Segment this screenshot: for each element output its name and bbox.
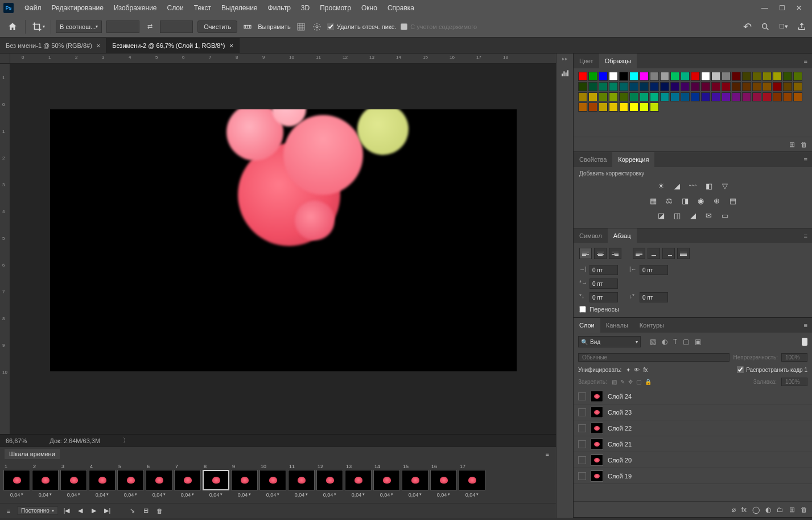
timeline-frame[interactable]: 30,04 ▾ (60, 463, 87, 501)
timeline-frame[interactable]: 80,04 ▾ (203, 463, 229, 501)
unify-style-icon[interactable]: fx (643, 367, 648, 373)
swatch[interactable] (629, 92, 638, 101)
justify-right-icon[interactable] (662, 248, 675, 259)
swatch[interactable] (578, 72, 587, 81)
swatch[interactable] (640, 82, 649, 91)
viewport[interactable] (10, 64, 556, 434)
layer-thumbnail[interactable] (591, 423, 603, 434)
swatch[interactable] (691, 82, 700, 91)
timeline-frame[interactable]: 120,04 ▾ (316, 463, 343, 501)
swatch[interactable] (670, 92, 679, 101)
frame-duration[interactable]: 0,04 ▾ (430, 490, 457, 498)
tab-color[interactable]: Цвет (574, 54, 599, 68)
layer-filter-select[interactable]: 🔍 Вид▾ (578, 336, 641, 347)
swatch[interactable] (640, 103, 649, 112)
layer-row[interactable]: Слой 19 (574, 468, 812, 484)
swatch[interactable] (599, 82, 608, 91)
swatch[interactable] (732, 82, 741, 91)
crop-tool-icon[interactable]: ▾ (30, 19, 46, 35)
layer-row[interactable]: Слой 20 (574, 452, 812, 468)
frame-duration[interactable]: 0,04 ▾ (89, 490, 116, 498)
rail-collapse-icon[interactable]: ▸▸ (561, 56, 569, 62)
lock-transparency-icon[interactable]: ▧ (612, 379, 617, 385)
menu-select[interactable]: Выделение (216, 0, 263, 16)
lock-all-icon[interactable]: 🔒 (645, 379, 652, 385)
swatch[interactable] (701, 72, 710, 81)
tab-layers[interactable]: Слои (574, 318, 600, 333)
gradient-map-icon[interactable]: ▭ (719, 210, 731, 221)
swatch[interactable] (609, 72, 618, 81)
tab-paragraph[interactable]: Абзац (608, 228, 637, 243)
swatch[interactable] (629, 82, 638, 91)
swatch[interactable] (681, 82, 690, 91)
tab-close-icon[interactable]: × (229, 42, 233, 49)
justify-center-icon[interactable] (648, 248, 660, 259)
layer-visibility-icon[interactable] (578, 440, 586, 448)
layer-visibility-icon[interactable] (578, 456, 586, 464)
invert-icon[interactable]: ◪ (656, 210, 667, 221)
panel-menu-icon[interactable]: ≡ (799, 156, 812, 163)
layer-visibility-icon[interactable] (578, 408, 586, 416)
share-icon[interactable] (796, 21, 807, 32)
crop-height-input[interactable] (160, 21, 193, 33)
swatch[interactable] (650, 72, 659, 81)
menu-view[interactable]: Просмотр (315, 0, 356, 16)
next-frame-icon[interactable]: ▶| (102, 506, 113, 516)
frame-duration[interactable]: 0,04 ▾ (288, 490, 315, 498)
menu-3d[interactable]: 3D (296, 0, 315, 16)
timeline-frame[interactable]: 130,04 ▾ (345, 463, 372, 501)
arrange-docs-icon[interactable]: ☐▾ (778, 21, 789, 32)
photo-filter-icon[interactable]: ◉ (695, 195, 707, 206)
timeline-frame[interactable]: 50,04 ▾ (117, 463, 144, 501)
swatch[interactable] (670, 82, 679, 91)
layer-name[interactable]: Слой 19 (608, 473, 632, 480)
menu-text[interactable]: Текст (189, 0, 216, 16)
menu-help[interactable]: Справка (382, 0, 419, 16)
aspect-ratio-select[interactable]: В соотнош...▾ (56, 21, 102, 33)
lock-image-icon[interactable]: ✎ (620, 379, 625, 385)
timeline-frame[interactable]: 160,04 ▾ (430, 463, 457, 501)
swatch[interactable] (783, 92, 792, 101)
maximize-icon[interactable]: ☐ (777, 3, 787, 13)
unify-visibility-icon[interactable]: 👁 (634, 367, 640, 373)
swatch[interactable] (619, 103, 628, 112)
filter-shape-icon[interactable]: ▢ (683, 338, 689, 346)
swatch[interactable] (619, 72, 628, 81)
swatch[interactable] (793, 72, 802, 81)
menu-layers[interactable]: Слои (162, 0, 189, 16)
first-frame-icon[interactable]: |◀ (61, 506, 72, 516)
menu-file[interactable]: Файл (19, 0, 47, 16)
swatch[interactable] (762, 92, 772, 101)
exposure-icon[interactable]: ◧ (703, 180, 715, 191)
panel-menu-icon[interactable]: ≡ (799, 58, 812, 64)
swatch[interactable] (578, 82, 587, 91)
filter-adjust-icon[interactable]: ◐ (662, 338, 667, 346)
timeline-frame[interactable]: 100,04 ▾ (259, 463, 286, 501)
first-line-input[interactable] (590, 279, 618, 289)
new-swatch-icon[interactable]: ⊞ (789, 141, 795, 149)
loop-select[interactable]: Постоянно ▾ (17, 506, 58, 515)
swatch[interactable] (660, 72, 669, 81)
tab-adjustments[interactable]: Коррекция (612, 152, 654, 167)
swatch[interactable] (783, 82, 792, 91)
swatch[interactable] (588, 82, 597, 91)
swatch[interactable] (588, 103, 597, 112)
swatch[interactable] (742, 82, 751, 91)
delete-layer-icon[interactable]: 🗑 (801, 506, 807, 514)
unify-position-icon[interactable]: ✦ (626, 367, 630, 373)
filter-pixel-icon[interactable]: ▧ (650, 338, 656, 346)
document-tab-2[interactable]: Безимени-2 @ 66,7% (Слой 1, RGB/8*) × (106, 38, 240, 53)
delete-cropped-checkbox[interactable]: Удалить отсеч. пикс. (327, 23, 397, 30)
swatch[interactable] (660, 82, 669, 91)
histogram-icon[interactable] (559, 67, 571, 79)
fill-input[interactable]: 100% (781, 378, 807, 386)
swatch[interactable] (711, 92, 720, 101)
filter-toggle[interactable] (802, 338, 807, 346)
frame-duration[interactable]: 0,04 ▾ (117, 490, 144, 498)
swatch[interactable] (722, 82, 731, 91)
overlay-grid-icon[interactable] (295, 21, 307, 32)
swatch[interactable] (640, 72, 649, 81)
swatch[interactable] (599, 92, 608, 101)
document-tab-1[interactable]: Без имени-1 @ 50% (RGB/8#) × (0, 38, 106, 53)
layer-name[interactable]: Слой 23 (608, 409, 632, 416)
